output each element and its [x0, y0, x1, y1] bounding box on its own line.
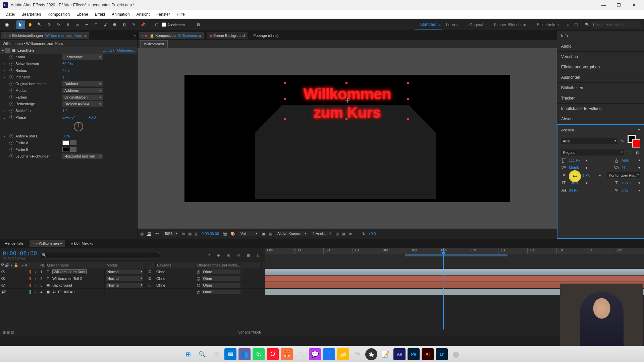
selection-handle[interactable] [407, 82, 409, 84]
color-swatch[interactable] [62, 140, 69, 145]
help-search-input[interactable] [591, 21, 641, 28]
store-icon[interactable]: 🛍 [351, 348, 363, 360]
eyedropper-icon[interactable]: ✎ [620, 138, 626, 144]
track-matte-dropdown[interactable]: Ohne [156, 283, 165, 287]
blend-mode-dropdown[interactable]: Normal [106, 283, 143, 288]
panel-tracker[interactable]: Tracker [557, 93, 644, 104]
menu-ebene[interactable]: Ebene [73, 11, 92, 18]
zoom-tool[interactable]: 🔍 [35, 20, 44, 29]
panel-toggle-icon[interactable]: ◫ [572, 20, 580, 29]
whatsapp-icon[interactable]: ✆ [253, 348, 265, 360]
viewer-canvas[interactable]: Willkommen zum Kurs [184, 75, 510, 202]
taskbar-search-icon[interactable]: 🔍 [196, 348, 208, 360]
panel-effekte[interactable]: Effekte und Vorgaben [557, 62, 644, 72]
refresh-icon[interactable]: ↻ [362, 232, 365, 236]
text-tool[interactable]: T [92, 20, 100, 29]
app-icon[interactable]: ⬚ [295, 348, 307, 360]
layer-row[interactable]: › 3 ▣ Background Normal ⊡ Ohne @Ohne [0, 282, 265, 289]
taskview-icon[interactable]: ⊡ [210, 348, 222, 360]
cti-line[interactable] [443, 268, 443, 328]
grid-icon[interactable]: ▦ [188, 232, 192, 236]
firefox-icon[interactable]: 🦊 [281, 348, 293, 360]
parent-dropdown[interactable]: Ohne [202, 283, 240, 288]
panel-audio[interactable]: Audio [557, 41, 644, 52]
view-icon-4[interactable]: ⋮ [355, 232, 359, 236]
layer-duration-bar[interactable] [265, 276, 644, 282]
parent-dropdown[interactable]: Ohne [202, 276, 240, 281]
view-dropdown[interactable]: Aktive Kamera [275, 231, 308, 236]
layer-name[interactable]: Willkommen Teil 2 [51, 275, 105, 282]
blend-mode-dropdown[interactable]: Normal [106, 269, 143, 274]
pickwhip-icon[interactable]: @ [197, 277, 200, 281]
pickwhip-icon[interactable]: @ [197, 290, 200, 294]
shape-tool[interactable]: ▭ [73, 20, 82, 29]
kerning-value[interactable]: Metrik [569, 166, 584, 170]
timeline-other-tab[interactable]: ■ DJI_Mexiko [68, 240, 96, 247]
panel-menu-icon[interactable]: ≡ [85, 34, 87, 38]
view-icon-3[interactable]: ⊕ [349, 232, 352, 236]
layer-name[interactable]: Background [51, 282, 105, 288]
tl-tool-2[interactable]: ◆ [215, 251, 222, 259]
menu-komposition[interactable]: Komposition [44, 11, 73, 18]
mail-icon[interactable]: ✉ [224, 348, 236, 360]
font-size-value[interactable]: 111 Px [569, 158, 584, 162]
eyedropper-icon[interactable] [70, 147, 76, 152]
panel-vorschau[interactable]: Vorschau [557, 52, 644, 62]
comp-tab[interactable]: ×■ 🔒 Komposition Willkommen ≡ [139, 32, 204, 39]
tl-tool-4[interactable]: ⊙ [235, 251, 242, 259]
viewer-timecode[interactable]: 0:00:06:00 [202, 232, 219, 236]
selection-handle[interactable] [345, 82, 347, 84]
opera-icon[interactable]: O [267, 348, 279, 360]
layer-name[interactable]: AUTOUNFALL [51, 289, 105, 295]
workspace-lernen[interactable]: Lernen [441, 20, 464, 29]
menu-ansicht[interactable]: Ansicht [133, 11, 153, 18]
stopwatch-icon[interactable] [9, 147, 13, 152]
notes-icon[interactable]: 📝 [379, 348, 391, 360]
current-timecode[interactable]: 0:00:06:00 [3, 250, 37, 257]
menu-effekt[interactable]: Effekt [92, 11, 108, 18]
transparency-icon[interactable]: ▦ [269, 232, 272, 236]
snap-options-icon[interactable]: ⋮ [185, 20, 194, 29]
view-icon-1[interactable]: ▥ [335, 232, 339, 236]
ps-taskbar-icon[interactable]: Ps [408, 348, 420, 360]
effect-visibility-icon[interactable]: ▣ [12, 48, 15, 53]
ai-taskbar-icon[interactable]: Ai [422, 348, 434, 360]
orbit-tool[interactable]: ⟳ [45, 20, 53, 29]
workspace-klein[interactable]: Kleiner Bildschirm [488, 20, 531, 29]
view-icon-2[interactable]: ▦ [342, 232, 345, 236]
teams-icon[interactable]: 👥 [238, 348, 251, 360]
tl-tool-3[interactable]: ▣ [225, 251, 232, 259]
menu-datei[interactable]: Datei [2, 11, 18, 18]
panel-menu-icon[interactable]: ≡ [638, 128, 640, 132]
misc-icon[interactable]: ⬤ [450, 348, 462, 360]
maximize-button[interactable]: ❐ [611, 0, 626, 10]
stopwatch-icon[interactable] [9, 134, 13, 138]
selection-handle[interactable] [345, 118, 347, 120]
font-style-dropdown[interactable]: Regular [561, 149, 624, 156]
anchor-tool[interactable]: ⊕ [63, 20, 72, 29]
eye-icon[interactable] [1, 270, 5, 273]
roto-tool[interactable]: ✎ [129, 20, 138, 29]
menu-hilfe[interactable]: Hilfe [173, 11, 188, 18]
menu-bearbeiten[interactable]: Bearbeiten [18, 11, 44, 18]
layer-tab[interactable]: ■ Ebene Background [207, 32, 247, 39]
label-color[interactable] [30, 290, 31, 294]
zoom-dropdown[interactable]: 50% [163, 231, 178, 236]
snap-box-icon[interactable]: ▢ [152, 20, 161, 29]
menu-fenster[interactable]: Fenster [153, 11, 173, 18]
stopwatch-icon[interactable] [9, 141, 13, 145]
eye-icon[interactable] [1, 284, 5, 287]
audio-icon[interactable]: 🔊 [1, 290, 6, 294]
alpha-icon[interactable]: ▦ [140, 232, 144, 236]
selection-handle[interactable] [284, 98, 286, 100]
layer-row[interactable]: › 2 T Willkommen Teil 2 Normal ⊡ Ohne @O… [0, 275, 265, 282]
tl-tool-5[interactable]: ▦ [245, 251, 252, 259]
tl-tool-1[interactable]: ⟲ [205, 251, 212, 259]
fx-icon[interactable]: fx [5, 48, 10, 53]
mask-icon[interactable]: 👓 [155, 232, 160, 236]
anchor-point-icon[interactable] [345, 98, 350, 103]
stopwatch-icon[interactable] [9, 55, 13, 59]
selection-handle[interactable] [407, 98, 409, 100]
twirl-icon[interactable]: › [33, 282, 38, 288]
workspace-original[interactable]: Original [464, 20, 488, 29]
